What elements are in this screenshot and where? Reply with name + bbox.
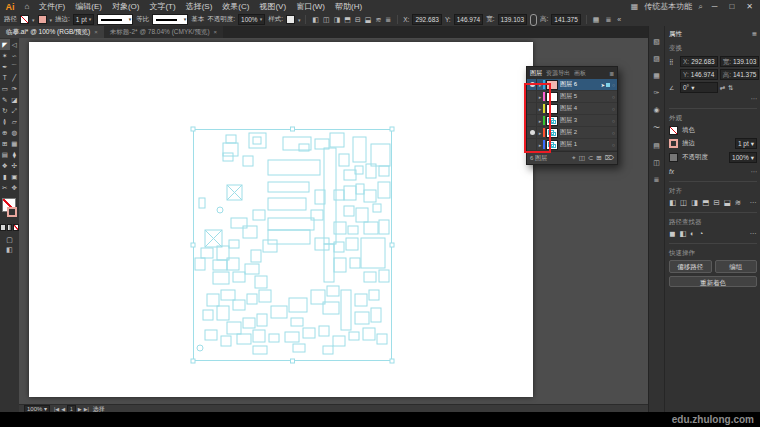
selection-handle[interactable] — [191, 359, 195, 363]
align-top-icon[interactable]: ⬒ — [702, 198, 709, 207]
color-guide-panel-icon[interactable]: ▨ — [653, 55, 660, 63]
maximize-button[interactable]: □ — [726, 2, 737, 11]
new-sublayer-icon[interactable]: ⊂ — [588, 154, 593, 162]
align-right-icon[interactable]: ◨ — [333, 16, 342, 24]
align-middle-icon[interactable]: ⊟ — [354, 16, 362, 24]
quick-action-button[interactable]: 编组 — [715, 260, 758, 273]
x-field[interactable]: X:292.683 — [680, 56, 718, 67]
rectangle-tool[interactable]: ▭ — [0, 83, 10, 94]
properties-tab[interactable]: 属性 — [669, 30, 682, 39]
align-left-icon[interactable]: ◧ — [311, 16, 320, 24]
distribute-v-icon[interactable]: ≣ — [384, 16, 392, 24]
screen-mode-button[interactable]: ◧ — [0, 245, 19, 255]
rotate-tool[interactable]: ↻ — [0, 105, 10, 116]
fill-caret-icon[interactable]: ▾ — [32, 17, 35, 23]
eyedropper-tool[interactable]: ⧫ — [10, 149, 20, 160]
align-bottom-icon[interactable]: ⬓ — [364, 16, 373, 24]
menu-item[interactable]: 文件(F) — [34, 1, 70, 12]
panel-menu-icon[interactable]: ≣ — [752, 30, 757, 38]
height-field[interactable]: 高:141.375 — [720, 69, 760, 80]
layers-panel-tab[interactable]: 资源导出 — [546, 69, 570, 78]
align-right-icon[interactable]: ◨ — [691, 198, 698, 207]
selection-handle[interactable] — [191, 127, 195, 131]
column-graph-tool[interactable]: ▮ — [0, 171, 10, 182]
target-circle-icon[interactable]: ○ — [612, 94, 615, 100]
stroke-panel-icon[interactable]: 〜 — [653, 123, 660, 133]
blend-tool[interactable]: ❖ — [0, 160, 10, 171]
opacity-field[interactable]: 100%▾ — [729, 152, 757, 163]
options-icon[interactable]: « — [616, 16, 622, 24]
style-swatch[interactable] — [286, 15, 295, 24]
target-circle-icon[interactable]: ○ — [612, 106, 615, 112]
live-paint-tool[interactable]: ◍ — [10, 127, 20, 138]
paintbrush-tool[interactable]: ✑ — [10, 83, 20, 94]
layers-panel-tab[interactable]: 画板 — [574, 69, 586, 78]
document-tab-active[interactable]: 临摹.ai* @ 100% (RGB/预览)× — [0, 26, 104, 38]
appearance-more-options[interactable]: ⋯ — [751, 168, 758, 176]
pen-tool[interactable]: ✒ — [0, 61, 10, 72]
flip-horizontal-icon[interactable]: ⇄ — [720, 84, 725, 92]
distribute-h-icon[interactable]: ≋ — [374, 16, 382, 24]
target-circle-icon[interactable]: ○ — [612, 142, 615, 148]
stroke-swatch[interactable] — [38, 15, 47, 24]
type-tool[interactable]: T — [0, 72, 10, 83]
y-field[interactable]: Y:146.974 — [680, 69, 718, 80]
pathfinder-more-options[interactable]: ⋯ — [750, 229, 758, 238]
home-icon[interactable]: ⌂ — [20, 2, 34, 11]
fx-button[interactable]: fx — [669, 168, 674, 175]
target-circle-icon[interactable]: ○ — [612, 118, 615, 124]
color-panel-icon[interactable]: ▧ — [653, 38, 660, 46]
layers-panel-tab[interactable]: 图层 — [530, 69, 542, 78]
delete-layer-icon[interactable]: ⌦ — [605, 154, 614, 162]
quick-action-button[interactable]: 偏移路径 — [669, 260, 712, 273]
constrain-proportions-icon[interactable] — [530, 14, 537, 26]
transform-more-options[interactable]: ⋯ — [669, 95, 757, 103]
search-icon[interactable]: ⌕ — [698, 2, 702, 12]
transparency-panel-icon[interactable]: ◫ — [653, 159, 660, 167]
selection-handle[interactable] — [390, 127, 394, 131]
selection-handle[interactable] — [390, 243, 394, 247]
lasso-tool[interactable]: ∽ — [10, 50, 20, 61]
target-circle-icon[interactable]: ○ — [612, 130, 615, 136]
direct-selection-tool[interactable]: ◁ — [10, 39, 20, 50]
rotation-field[interactable]: 0°▾ — [680, 82, 718, 93]
flip-vertical-icon[interactable]: ⇅ — [728, 84, 733, 92]
exclude-icon[interactable]: ◔ — [699, 229, 704, 238]
recolor-button[interactable]: 重新着色 — [669, 276, 757, 287]
minimize-button[interactable]: ─ — [709, 2, 721, 11]
isolate-icon[interactable]: ≣ — [604, 16, 612, 24]
artboard-tool[interactable]: ▣ — [10, 171, 20, 182]
appearance-panel-icon[interactable]: ≣ — [654, 176, 660, 184]
outline-artwork[interactable] — [193, 129, 392, 361]
distribute-icon[interactable]: ≋ — [735, 198, 741, 207]
intersect-icon[interactable]: ◐ — [690, 229, 695, 238]
selection-handle[interactable] — [191, 243, 195, 247]
line-segment-tool[interactable]: ╱ — [10, 72, 20, 83]
align-left-icon[interactable]: ◧ — [669, 198, 676, 207]
menu-item[interactable]: 对象(O) — [107, 1, 145, 12]
align-center-icon[interactable]: ◫ — [680, 198, 687, 207]
stroke-caret-icon[interactable]: ▾ — [50, 17, 53, 23]
gradient-tool[interactable]: ▤ — [0, 149, 10, 160]
stroke-weight-field[interactable]: 1 pt▾ — [73, 14, 94, 25]
menu-item[interactable]: 文字(T) — [144, 1, 180, 12]
brush-definition-dropdown[interactable]: ▾ — [152, 14, 188, 25]
panel-menu-icon[interactable]: ≣ — [609, 70, 614, 77]
align-top-icon[interactable]: ⬒ — [343, 16, 352, 24]
fill-stroke-indicator[interactable] — [0, 198, 19, 222]
reference-point-icon[interactable]: ⣿ — [669, 58, 678, 65]
menu-item[interactable]: 视图(V) — [254, 1, 291, 12]
workspace-icon[interactable]: ▦ — [631, 2, 639, 11]
stroke-weight-field[interactable]: 1 pt▾ — [735, 138, 757, 149]
close-button[interactable]: ✕ — [743, 2, 756, 11]
align-center-icon[interactable]: ◫ — [322, 16, 331, 24]
symbol-sprayer-tool[interactable]: ✣ — [10, 160, 20, 171]
y-field[interactable]: 146.974 — [454, 14, 484, 25]
scale-tool[interactable]: ⤢ — [10, 105, 20, 116]
workspace-switcher[interactable]: 传统基本功能 — [644, 1, 692, 12]
gradient-mode-button[interactable] — [7, 224, 13, 231]
swatches-panel-icon[interactable]: ▦ — [653, 72, 660, 80]
curvature-tool[interactable]: ⌒ — [10, 61, 20, 72]
shape-builder-tool[interactable]: ⊕ — [0, 127, 10, 138]
draw-mode-button[interactable]: ▢ — [0, 235, 19, 245]
